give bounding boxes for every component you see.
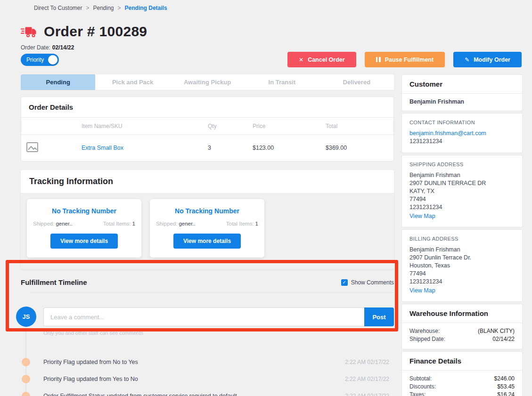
- toggle-knob: [48, 55, 57, 65]
- shipped-date-value: 02/14/22: [492, 335, 515, 343]
- pencil-icon: ✎: [465, 57, 469, 63]
- warehouse-label: Warehouse:: [409, 327, 440, 335]
- shipping-view-map-link[interactable]: View Map: [409, 213, 435, 219]
- main-content: Pending Pick and Pack Awaiting Pickup In…: [21, 74, 394, 396]
- breadcrumb-item[interactable]: Direct To Customer: [34, 5, 82, 11]
- post-comment-button[interactable]: Post: [364, 307, 394, 326]
- customer-phone: 1231231234: [409, 137, 515, 145]
- customer-card: Customer Benjamin Frishman: [401, 74, 523, 111]
- shipped-date-label: Shipped Date:: [409, 335, 445, 343]
- col-price: Price: [253, 123, 326, 129]
- timeline-event-time: 2:22 AM 02/17/22: [345, 376, 394, 382]
- item-qty: 3: [208, 145, 253, 151]
- action-buttons: ✕ Cancel Order Pause Fulfillment ✎ Modif…: [287, 52, 522, 67]
- billing-address-line: Benjamin Frishman: [409, 246, 515, 254]
- truck-icon: [21, 25, 37, 38]
- timeline-event: Order Fulfillment Status updated from cu…: [21, 388, 394, 396]
- contact-information-label: CONTACT INFORMATION: [409, 120, 515, 125]
- total-items-label: Total Items:: [103, 221, 131, 226]
- warehouse-row: Warehouse: (BLANK CITY): [409, 327, 515, 335]
- item-name-link[interactable]: Extra Small Box: [82, 145, 123, 151]
- image-placeholder-icon: [26, 142, 38, 152]
- billing-address-line: Houston, Texas: [409, 262, 515, 270]
- comment-composer: JS Post Only you and other staff can see…: [21, 307, 394, 336]
- shipped-label: Shipped:: [156, 221, 177, 226]
- shipping-address-line: 2907 DUNLIN TERRACE DR: [409, 179, 515, 187]
- shipping-address-label: SHIPPING ADDRESS: [409, 162, 515, 167]
- page-title: Order # 100289: [44, 24, 147, 40]
- fulfillment-timeline-title: Fulfillment Timeline: [21, 278, 87, 286]
- breadcrumb-separator: >: [86, 5, 89, 11]
- pause-fulfillment-button[interactable]: Pause Fulfillment: [365, 52, 445, 67]
- priority-toggle[interactable]: Priority: [21, 54, 59, 66]
- total-items-value: 1: [255, 221, 258, 226]
- view-more-details-button[interactable]: View more details: [173, 234, 241, 249]
- shipping-address-line: 1231231234: [409, 203, 515, 211]
- order-date-label: Order Date:: [21, 44, 50, 51]
- billing-address-line: 1231231234: [409, 278, 515, 286]
- comment-input[interactable]: [43, 307, 364, 326]
- breadcrumb-item-current: Pending Details: [125, 5, 167, 11]
- page-title-row: Order # 100289: [21, 24, 147, 40]
- view-more-details-button[interactable]: View more details: [50, 234, 118, 249]
- modify-order-button[interactable]: ✎ Modify Order: [453, 52, 522, 67]
- order-detail-page: Direct To Customer > Pending > Pending D…: [0, 0, 532, 396]
- shipped-label: Shipped:: [33, 221, 54, 226]
- billing-address-line: 77494: [409, 270, 515, 278]
- tab-delivered[interactable]: Delivered: [319, 74, 394, 90]
- tracking-card: No Tracking Number Shipped:gener.. Total…: [150, 199, 264, 258]
- warehouse-value: (BLANK CITY): [478, 327, 515, 335]
- timeline-dot-icon: [22, 375, 30, 383]
- breadcrumb-item[interactable]: Pending: [93, 5, 114, 11]
- taxes-label: Taxes:: [409, 391, 426, 396]
- timeline-dot-icon: [22, 358, 30, 366]
- checkbox-checked-icon: ✓: [341, 279, 348, 286]
- pause-fulfillment-label: Pause Fulfillment: [385, 57, 434, 63]
- tracking-card: No Tracking Number Shipped:gener.. Total…: [27, 199, 141, 258]
- tab-pick-and-pack[interactable]: Pick and Pack: [95, 74, 170, 90]
- tracking-number-title: No Tracking Number: [33, 207, 135, 215]
- discounts-label: Discounts:: [409, 383, 436, 391]
- tracking-information-title: Tracking Information: [21, 170, 394, 194]
- divider: [30, 292, 394, 293]
- tab-awaiting-pickup[interactable]: Awaiting Pickup: [170, 74, 245, 90]
- billing-view-map-link[interactable]: View Map: [409, 287, 435, 294]
- priority-toggle-label: Priority: [26, 57, 44, 63]
- taxes-value: $16.24: [497, 391, 515, 396]
- warehouse-information-card: Warehouse Information Warehouse: (BLANK …: [401, 304, 523, 349]
- tracking-number-title: No Tracking Number: [156, 207, 258, 215]
- customer-email-link[interactable]: benjamin.frishman@cart.com: [409, 129, 486, 137]
- avatar: JS: [16, 307, 36, 327]
- order-details-column-headers: Item Name/SKU Qty Price Total: [21, 118, 393, 135]
- customer-name: Benjamin Frishman: [402, 94, 522, 111]
- timeline-event-text: Order Fulfillment Status updated from cu…: [43, 393, 237, 396]
- sidebar: Customer Benjamin Frishman CONTACT INFOR…: [401, 74, 523, 396]
- modify-order-label: Modify Order: [474, 57, 510, 63]
- shipping-address-line: 77494: [409, 195, 515, 203]
- show-comments-checkbox[interactable]: ✓ Show Comments: [341, 279, 394, 286]
- order-item-row: Extra Small Box 3 $123.00 $369.00: [21, 135, 393, 161]
- total-items-value: 1: [132, 221, 135, 226]
- cancel-order-button[interactable]: ✕ Cancel Order: [287, 52, 356, 67]
- tab-in-transit[interactable]: In Transit: [245, 74, 319, 90]
- billing-address-block: BILLING ADDRESS Benjamin Frishman 2907 D…: [401, 229, 523, 302]
- item-price: $123.00: [253, 145, 326, 151]
- fulfillment-timeline-section: Fulfillment Timeline ✓ Show Comments JS …: [21, 278, 394, 396]
- discounts-row: Discounts: $53.45: [409, 383, 515, 391]
- breadcrumb-separator: >: [118, 5, 121, 11]
- cancel-order-label: Cancel Order: [308, 57, 345, 63]
- col-item-name-sku: Item Name/SKU: [82, 123, 208, 129]
- timeline-event-text: Priority Flag updated from No to Yes: [43, 359, 138, 365]
- tracking-information-section: Tracking Information No Tracking Number …: [21, 170, 394, 269]
- pause-icon: [376, 57, 381, 62]
- shipping-address-line: Benjamin Frishman: [409, 171, 515, 179]
- col-total: Total: [326, 123, 393, 129]
- billing-address-label: BILLING ADDRESS: [409, 236, 515, 242]
- tab-pending[interactable]: Pending: [21, 74, 95, 90]
- finance-details-card: Finance Details Subtotal: $246.00 Discou…: [401, 351, 523, 396]
- timeline-event: Priority Flag updated from Yes to No 2:2…: [21, 371, 394, 388]
- warehouse-information-title: Warehouse Information: [402, 304, 522, 323]
- timeline-event-text: Priority Flag updated from Yes to No: [43, 376, 138, 382]
- discounts-value: $53.45: [497, 383, 515, 391]
- billing-address-line: 2907 Dunlin Terrace Dr.: [409, 254, 515, 262]
